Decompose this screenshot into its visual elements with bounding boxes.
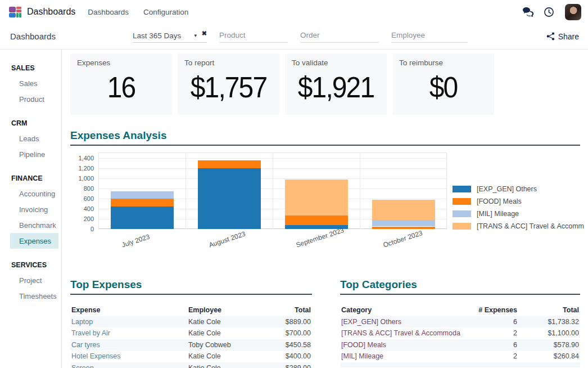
y-axis-tick: 400 [70, 205, 94, 212]
table-cell: 6 [477, 341, 517, 349]
table-cell: Katie Cole [188, 329, 259, 337]
record-link[interactable]: [FOOD] Meals [341, 341, 477, 349]
kpi-card-label: To reimburse [399, 59, 487, 67]
kpi-card-value: $1,921 [295, 71, 378, 104]
table-row: [FOOD] Meals6$578.90 [340, 339, 580, 351]
sidebar-section-title: SALES [0, 61, 61, 75]
column-header: Employee [188, 306, 259, 314]
table-cell: Katie Cole [188, 364, 259, 368]
share-label: Share [558, 32, 579, 41]
y-axis-tick: 0 [70, 226, 94, 232]
date-range-filter[interactable]: Last 365 Days ▼ ✖ [133, 30, 207, 43]
top-expenses-title: Top Expenses [70, 279, 312, 295]
table-cell: $260.84 [517, 352, 579, 360]
chart-section-title: Expenses Analysis [70, 129, 580, 146]
record-link[interactable]: Laptop [71, 318, 188, 326]
legend-item[interactable]: [EXP_GEN] Others [453, 185, 584, 193]
bar-segment[interactable] [111, 199, 174, 207]
topnav-menu-dashboards[interactable]: Dashboards [88, 8, 129, 16]
sidebar-item-invoicing[interactable]: Invoicing [10, 201, 58, 217]
x-axis-label: October 2023 [382, 229, 423, 249]
sidebar-item-expenses[interactable]: Expenses [10, 233, 58, 249]
table-row: [EXP_GEN] Others6$1,738.32 [340, 316, 580, 328]
app-name[interactable]: Dashboards [27, 7, 75, 17]
sidebar-item-timesheets[interactable]: Timesheets [10, 288, 58, 304]
sidebar-item-accounting[interactable]: Accounting [10, 186, 58, 201]
table-cell: $450.58 [259, 341, 311, 349]
kpi-card-expenses: Expenses16 [70, 53, 172, 115]
legend-item[interactable]: [FOOD] Meals [453, 198, 584, 205]
top-menu: DashboardsConfiguration [88, 8, 188, 16]
table-cell: $400.00 [259, 352, 311, 360]
bar-segment[interactable] [111, 207, 174, 229]
legend-swatch [453, 223, 471, 230]
table-cell: 2 [477, 352, 517, 360]
topnav-menu-configuration[interactable]: Configuration [143, 8, 188, 16]
column-header: Total [259, 306, 311, 314]
caret-down-icon[interactable]: ▼ [193, 33, 198, 38]
share-button[interactable]: Share [546, 31, 579, 42]
y-axis-tick: 800 [70, 185, 94, 192]
record-link[interactable]: Travel by Air [71, 329, 188, 337]
bar-segment[interactable] [198, 168, 261, 229]
messages-icon[interactable] [522, 6, 533, 17]
table-header-row: ExpenseEmployeeTotal [70, 304, 312, 316]
record-link[interactable]: Screen [71, 364, 188, 368]
top-categories-section: Top Categories Category# ExpensesTotal[E… [340, 279, 580, 368]
sidebar-item-project[interactable]: Project [10, 272, 58, 288]
user-avatar[interactable] [565, 4, 581, 20]
filter-bar: Last 365 Days ▼ ✖ [133, 30, 468, 43]
product-filter-input[interactable] [219, 30, 288, 43]
bar-segment[interactable] [372, 227, 435, 230]
sidebar-item-product[interactable]: Product [10, 91, 58, 107]
chart-legend: [EXP_GEN] Others[FOOD] Meals[MIL] Mileag… [453, 185, 584, 257]
sidebar-section-title: CRM [0, 116, 61, 131]
record-link[interactable]: [EXP_GEN] Others [341, 318, 477, 326]
legend-item[interactable]: [TRANS & ACC] Travel & Accomm [453, 222, 584, 230]
sidebar-section-crm: CRMLeadsPipeline [0, 116, 61, 162]
table-cell: $1,738.32 [517, 318, 579, 326]
sidebar-item-leads[interactable]: Leads [10, 131, 58, 146]
app-logo-icon[interactable] [9, 7, 21, 17]
bar-segment[interactable] [198, 160, 261, 168]
sidebar-section-services: SERVICESProjectTimesheets [0, 258, 61, 304]
kpi-card-to-reimburse: To reimburse$0 [392, 53, 494, 115]
y-axis-tick: 200 [70, 216, 94, 222]
column-header: Total [517, 306, 579, 314]
column-header: Category [341, 306, 477, 314]
legend-label: [MIL] Mileage [477, 210, 519, 218]
order-filter-input[interactable] [300, 30, 379, 43]
bar-segment[interactable] [285, 216, 348, 225]
record-link[interactable]: Hotel Expenses [71, 352, 188, 360]
sidebar-item-pipeline[interactable]: Pipeline [10, 146, 58, 162]
legend-item[interactable]: [MIL] Mileage [453, 210, 584, 218]
kpi-card-label: To validate [292, 59, 380, 67]
kpi-card-label: Expenses [77, 59, 165, 67]
sidebar-item-benchmark[interactable]: Benchmark [10, 217, 58, 233]
x-axis-label: July 2023 [121, 232, 151, 249]
record-link[interactable]: [MIL] Mileage [341, 352, 477, 360]
main-content: Expenses16To report$1,757To validate$1,9… [62, 50, 588, 368]
record-link[interactable]: [TRANS & ACC] Travel & Accommoda [341, 329, 477, 337]
table-cell: $889.00 [259, 318, 311, 326]
bar-segment[interactable] [111, 191, 174, 199]
x-axis-label: August 2023 [208, 230, 246, 249]
y-axis-tick: 1,400 [70, 155, 94, 161]
employee-filter-input[interactable] [391, 30, 468, 43]
top-expenses-section: Top Expenses ExpenseEmployeeTotalLaptopK… [70, 279, 312, 368]
table-row: LaptopKatie Cole$889.00 [70, 316, 312, 328]
table-row: [TRANS & ACC] Travel & Accommoda2$1,100.… [340, 327, 580, 339]
sidebar-section-finance: FINANCEAccountingInvoicingBenchmarkExpen… [0, 171, 61, 249]
column-header: Expense [71, 306, 188, 314]
bar-segment[interactable] [372, 200, 435, 220]
bar-segment[interactable] [372, 220, 435, 227]
table-row: ScreenKatie Cole$289.00 [70, 362, 312, 368]
record-link[interactable]: Car tyres [71, 341, 188, 349]
clear-filter-icon[interactable]: ✖ [202, 30, 207, 37]
bar-segment[interactable] [285, 179, 348, 216]
kpi-card-to-report: To report$1,757 [178, 53, 279, 115]
legend-swatch [453, 210, 471, 217]
sidebar-item-sales[interactable]: Sales [10, 75, 58, 91]
y-axis-tick: 1,200 [70, 165, 94, 172]
activity-clock-icon[interactable] [544, 6, 555, 17]
